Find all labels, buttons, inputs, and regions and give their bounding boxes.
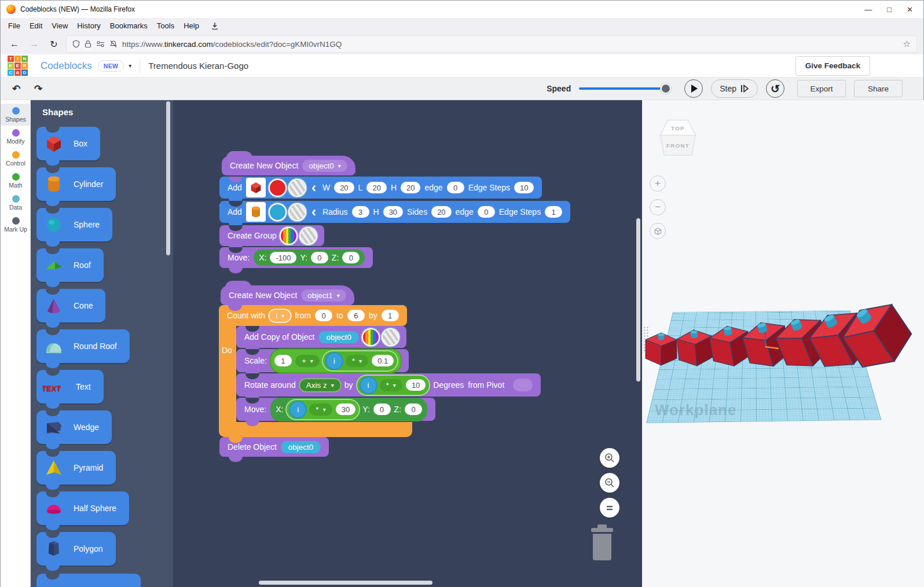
menu-tools[interactable]: Tools — [153, 20, 178, 32]
variable-i-pill[interactable]: i — [361, 377, 376, 393]
viewport-zoom-in-button[interactable]: + — [650, 175, 666, 192]
workplane-scene[interactable]: Workplane — [642, 262, 914, 436]
minimize-button[interactable]: — — [864, 5, 872, 14]
field-value[interactable]: 1 — [545, 206, 562, 218]
block-move-loop[interactable]: Move: X: i * 30 Y: 0 Z: 0 — [236, 398, 435, 421]
back-button[interactable]: ← — [8, 39, 21, 49]
operator-dropdown[interactable]: + — [295, 355, 320, 367]
block-rotate-around[interactable]: Rotate around Axis z by i * 10 Degrees f… — [236, 373, 541, 397]
tinkercad-logo[interactable]: TIN KER CAD — [8, 56, 28, 76]
give-feedback-button[interactable]: Give Feedback — [795, 56, 870, 76]
field-value[interactable]: 20 — [401, 182, 420, 193]
menu-bookmarks[interactable]: Bookmarks — [106, 20, 152, 32]
axis-dropdown[interactable]: Axis z — [300, 379, 340, 391]
workspace-zoom-in-button[interactable] — [600, 448, 619, 468]
y-value[interactable]: 0 — [311, 252, 328, 263]
code-workspace[interactable]: Create New Object object0 Add ‹ W 20 L 2… — [173, 100, 642, 587]
color-swatch[interactable] — [270, 204, 285, 220]
palette-block-cylinder[interactable]: Cylinder — [36, 167, 116, 201]
viewport-3d[interactable]: TOP FRONT + − Workplane — [642, 100, 924, 587]
share-button[interactable]: Share — [854, 80, 903, 97]
object-pill[interactable]: object0 — [318, 331, 359, 343]
to-value[interactable]: 6 — [347, 310, 365, 321]
x-value[interactable]: -100 — [270, 252, 296, 263]
multicolor-swatch[interactable] — [363, 329, 379, 345]
multicolor-swatch[interactable] — [281, 228, 296, 244]
speed-slider-knob[interactable] — [661, 83, 671, 94]
menu-view[interactable]: View — [47, 20, 72, 32]
object-dropdown[interactable]: object1 — [301, 289, 346, 302]
lock-icon[interactable] — [85, 40, 91, 48]
menu-history[interactable]: History — [73, 20, 104, 32]
sidebar-item-shapes[interactable]: Shapes — [1, 104, 31, 126]
degrees-value[interactable]: 10 — [406, 379, 426, 391]
operator-dropdown[interactable]: * — [346, 355, 368, 367]
close-button[interactable]: ✕ — [907, 5, 913, 14]
palette-block-box[interactable]: Box — [36, 127, 100, 160]
sidebar-item-markup[interactable]: Mark Up — [1, 214, 31, 236]
chevron-down-icon[interactable]: ▾ — [129, 63, 131, 69]
block-add-box[interactable]: Add ‹ W 20 L 20 H 20 edge 0 Edge Steps 1… — [219, 177, 542, 199]
scale-factor-value[interactable]: 0.1 — [372, 355, 394, 366]
permissions-icon[interactable] — [96, 41, 105, 47]
block-add-copy-of-object[interactable]: Add Copy of Object object0 — [236, 326, 406, 348]
transparency-swatch[interactable] — [383, 329, 398, 345]
transparency-swatch[interactable] — [300, 228, 316, 244]
operator-dropdown[interactable]: * — [309, 403, 332, 416]
collapse-chevron-icon[interactable]: ‹ — [311, 206, 316, 218]
block-delete-object[interactable]: Delete Object object0 — [219, 437, 329, 457]
field-value[interactable]: 30 — [383, 206, 403, 218]
field-value[interactable]: 0 — [478, 206, 495, 218]
transparency-swatch[interactable] — [289, 204, 305, 220]
menu-help[interactable]: Help — [179, 20, 203, 32]
palette-block-wedge[interactable]: Wedge — [36, 410, 112, 444]
block-create-new-object-0[interactable]: Create New Object object0 — [222, 156, 355, 175]
viewport-zoom-out-button[interactable]: − — [650, 199, 666, 215]
loop-variable-dropdown[interactable]: i — [269, 310, 291, 322]
palette-block-partial[interactable] — [36, 574, 141, 587]
collapse-chevron-icon[interactable]: ‹ — [311, 182, 316, 193]
downloads-icon[interactable] — [210, 21, 219, 31]
workspace-horizontal-scrollbar[interactable] — [259, 581, 432, 585]
maximize-button[interactable]: □ — [887, 5, 892, 14]
speed-slider[interactable] — [579, 87, 666, 90]
field-value[interactable]: 0 — [447, 182, 464, 193]
field-value[interactable]: 20 — [431, 206, 451, 218]
field-value[interactable]: 20 — [334, 182, 354, 193]
viewport-home-view-button[interactable] — [650, 223, 666, 239]
palette-block-half-sphere[interactable]: Half Sphere — [36, 491, 129, 525]
transparency-swatch[interactable] — [289, 180, 305, 196]
bookmark-star-icon[interactable]: ☆ — [903, 39, 911, 49]
cylinder-thumbnail[interactable] — [246, 202, 266, 222]
forward-button[interactable]: → — [27, 39, 41, 49]
block-count-with[interactable]: Count with i from 0 to 6 by 1 — [219, 305, 407, 326]
document-title[interactable]: Tremendous Kieran-Gogo — [148, 61, 248, 71]
block-scale[interactable]: Scale: 1 + i * 0.1 — [236, 349, 409, 372]
sidebar-item-control[interactable]: Control — [1, 148, 31, 170]
by-value[interactable]: 1 — [382, 310, 399, 321]
block-create-group[interactable]: Create Group — [219, 225, 324, 246]
object-pill[interactable]: object0 — [281, 441, 321, 453]
step-button[interactable]: Step — [711, 79, 758, 98]
menu-edit[interactable]: Edit — [25, 20, 46, 32]
variable-i-pill[interactable]: i — [327, 353, 342, 369]
palette-block-polygon[interactable]: Polygon — [36, 532, 116, 566]
reset-button[interactable]: ↺ — [766, 79, 784, 98]
play-button[interactable] — [684, 79, 703, 98]
x-value[interactable]: 30 — [336, 403, 355, 415]
export-button[interactable]: Export — [797, 80, 846, 97]
field-value[interactable]: 3 — [352, 206, 369, 218]
color-swatch[interactable] — [270, 180, 285, 196]
workspace-zoom-out-button[interactable] — [600, 473, 619, 493]
workspace-center-blocks-button[interactable] — [600, 498, 619, 518]
field-value[interactable]: 10 — [514, 182, 534, 193]
y-value[interactable]: 0 — [373, 403, 391, 415]
from-value[interactable]: 0 — [315, 310, 332, 321]
undo-button[interactable]: ↶ — [9, 83, 24, 95]
palette-block-round-roof[interactable]: Round Roof — [36, 329, 130, 363]
operator-dropdown[interactable]: * — [380, 379, 402, 391]
redo-button[interactable]: ↷ — [31, 83, 46, 95]
object-dropdown[interactable]: object0 — [302, 160, 347, 172]
block-move-0[interactable]: Move: X: -100 Y: 0 Z: 0 — [219, 247, 373, 268]
palette-block-roof[interactable]: Roof — [36, 248, 104, 282]
